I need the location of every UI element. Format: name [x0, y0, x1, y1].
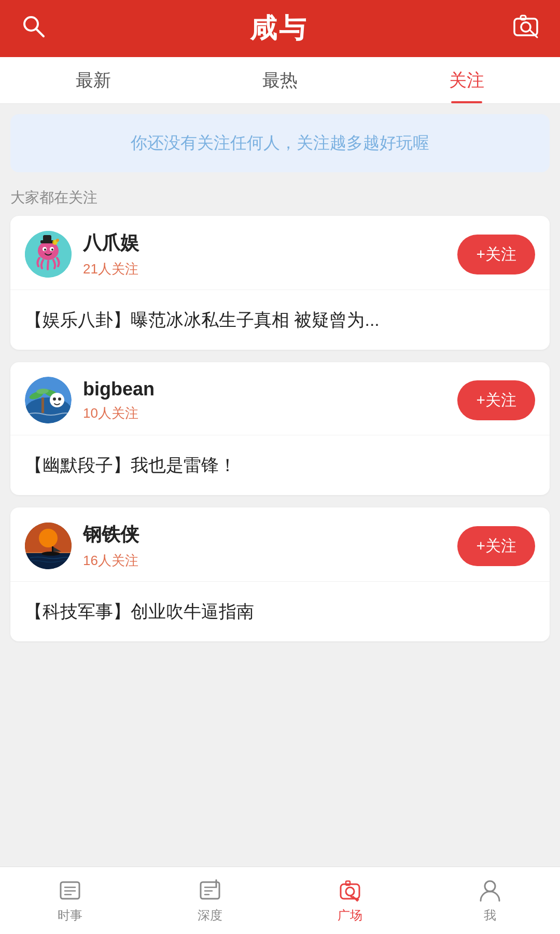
svg-point-25 — [58, 397, 61, 401]
svg-point-24 — [53, 397, 56, 401]
follow-button-ironman[interactable]: +关注 — [457, 526, 535, 566]
camera-edit-icon[interactable] — [512, 12, 539, 45]
nav-label-deep: 深度 — [198, 907, 222, 924]
svg-point-48 — [485, 881, 495, 891]
user-card-content-bazhu: 【娱乐八卦】曝范冰冰私生子真相 被疑曾为... — [10, 290, 550, 350]
nav-item-news[interactable]: 时事 — [0, 867, 140, 934]
avatar-bigbean[interactable] — [25, 377, 72, 423]
user-card-bigbean: bigbean 10人关注 +关注 【幽默段子】我也是雷锋！ — [10, 362, 550, 495]
svg-point-28 — [39, 529, 58, 547]
user-followers-bazhu: 21人关注 — [83, 260, 457, 278]
tab-hot[interactable]: 最热 — [187, 57, 373, 103]
tab-bar: 最新 最热 关注 — [0, 57, 560, 104]
user-info-bigbean: bigbean 10人关注 — [83, 378, 457, 422]
svg-point-11 — [44, 249, 46, 251]
nav-label-news: 时事 — [58, 907, 82, 924]
svg-rect-19 — [41, 397, 44, 413]
notice-banner: 你还没有关注任何人，关注越多越好玩喔 — [10, 114, 550, 172]
search-icon[interactable] — [21, 13, 46, 44]
avatar-bazhu[interactable] — [25, 231, 72, 278]
tab-follow[interactable]: 关注 — [373, 57, 560, 103]
follow-button-bazhu[interactable]: +关注 — [457, 235, 535, 274]
user-card-content-ironman: 【科技军事】创业吹牛逼指南 — [10, 582, 550, 641]
svg-rect-45 — [346, 881, 350, 885]
user-card-header-bigbean: bigbean 10人关注 +关注 — [10, 362, 550, 435]
user-name-ironman: 钢铁侠 — [83, 522, 457, 547]
avatar-ironman[interactable] — [25, 523, 72, 569]
nav-label-me: 我 — [484, 907, 496, 924]
bottom-nav: 时事 深度 广场 我 — [0, 867, 560, 934]
section-label: 大家都在关注 — [0, 177, 560, 216]
svg-rect-2 — [514, 19, 537, 35]
user-card-header-ironman: 钢铁侠 16人关注 +关注 — [10, 507, 550, 582]
user-card-header-bazhu: 八爪娱 21人关注 +关注 — [10, 216, 550, 290]
user-info-ironman: 钢铁侠 16人关注 — [83, 522, 457, 570]
svg-point-44 — [346, 887, 354, 896]
svg-point-12 — [51, 249, 53, 251]
user-followers-bigbean: 10人关注 — [83, 404, 457, 422]
svg-rect-4 — [521, 16, 526, 20]
header: 咸与 — [0, 0, 560, 57]
user-name-bigbean: bigbean — [83, 378, 457, 400]
svg-point-31 — [41, 552, 60, 556]
user-followers-ironman: 16人关注 — [83, 552, 457, 570]
user-card-ironman: 钢铁侠 16人关注 +关注 【科技军事】创业吹牛逼指南 — [10, 507, 550, 641]
user-name-bazhu: 八爪娱 — [83, 230, 457, 256]
svg-point-16 — [56, 239, 59, 242]
follow-button-bigbean[interactable]: +关注 — [457, 380, 535, 420]
svg-point-18 — [25, 397, 72, 423]
nav-item-me[interactable]: 我 — [420, 867, 560, 934]
svg-rect-14 — [43, 235, 51, 241]
app-title: 咸与 — [250, 10, 308, 47]
user-card-content-bigbean: 【幽默段子】我也是雷锋！ — [10, 435, 550, 495]
nav-item-plaza[interactable]: 广场 — [280, 867, 420, 934]
user-card-bazhu: 八爪娱 21人关注 +关注 【娱乐八卦】曝范冰冰私生子真相 被疑曾为... — [10, 216, 550, 350]
notice-text: 你还没有关注任何人，关注越多越好玩喔 — [131, 133, 429, 152]
user-info-bazhu: 八爪娱 21人关注 — [83, 230, 457, 278]
content-area: 你还没有关注任何人，关注越多越好玩喔 大家都在关注 — [0, 104, 560, 867]
svg-rect-43 — [341, 884, 359, 899]
nav-item-deep[interactable]: 深度 — [140, 867, 280, 934]
svg-line-1 — [36, 29, 44, 36]
svg-point-3 — [521, 22, 530, 32]
svg-rect-32 — [52, 546, 53, 555]
nav-label-plaza: 广场 — [338, 907, 362, 924]
tab-latest[interactable]: 最新 — [0, 57, 187, 103]
